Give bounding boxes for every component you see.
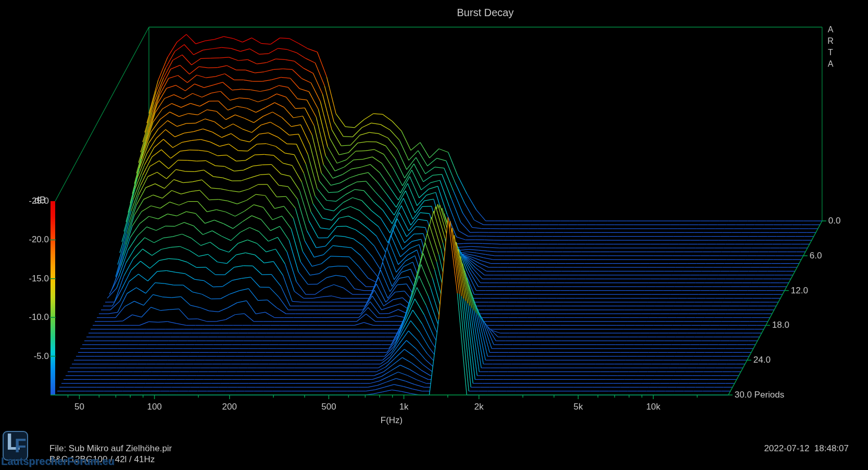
watermark-text: LautsprecherForum.eu (1, 455, 115, 467)
arta-letter: R (826, 35, 835, 47)
periods-tick-label: 24.0 (753, 355, 771, 365)
arta-letter: A (826, 24, 835, 35)
freq-tick-label: 50 (74, 402, 84, 412)
freq-axis-label: F(Hz) (381, 415, 402, 426)
db-tick-label: -25.0 (16, 196, 49, 206)
file-name-line: File: Sub Mikro auf Zielhöhe.pir (49, 443, 172, 454)
logo-letter-f: F (15, 435, 27, 457)
periods-tick-label: 12.0 (791, 286, 808, 296)
freq-tick-label: 10k (646, 402, 660, 412)
periods-last-tick-label: 30.0 Periods (735, 390, 784, 400)
arta-letter: A (826, 58, 835, 70)
periods-tick-label: 6.0 (810, 251, 822, 261)
periods-tick-label: 0.0 (828, 216, 841, 226)
db-tick-label: -20.0 (16, 234, 49, 245)
freq-tick-label: 2k (474, 402, 484, 412)
arta-vertical-label: ARTA (826, 24, 835, 70)
burst-decay-window: Burst Decay ARTA dB F(Hz) L F Lautsprech… (0, 0, 868, 470)
db-tick-label: -10.0 (16, 312, 49, 323)
freq-tick-label: 200 (222, 402, 237, 412)
timestamp: 2022-07-12 18:48:07 (764, 443, 849, 454)
periods-tick-label: 18.0 (772, 320, 789, 330)
db-tick-label: -5.0 (16, 351, 49, 362)
plot-title: Burst Decay (457, 7, 514, 19)
freq-tick-label: 500 (321, 402, 336, 412)
db-tick-label: -15.0 (16, 274, 49, 284)
freq-tick-label: 1k (399, 402, 409, 412)
freq-tick-label: 5k (573, 402, 583, 412)
arta-letter: T (826, 47, 835, 58)
freq-tick-label: 100 (147, 402, 161, 412)
